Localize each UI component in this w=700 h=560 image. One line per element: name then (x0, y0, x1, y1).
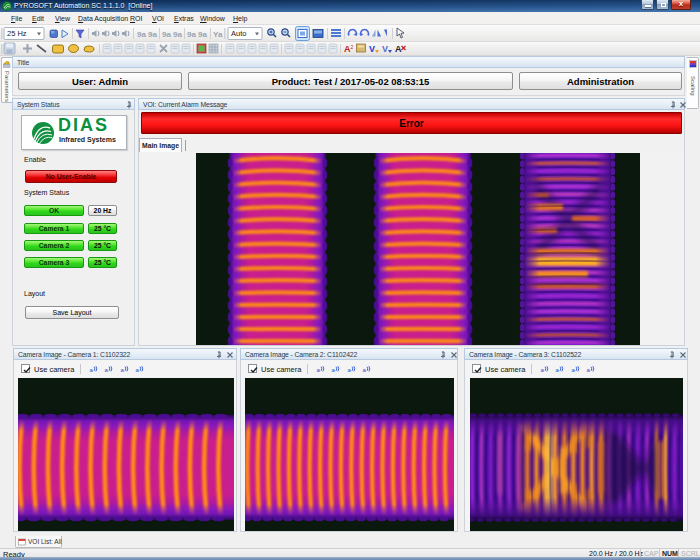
svg-text:a: a (105, 367, 109, 373)
svg-text:V: V (382, 44, 388, 54)
svg-text:a: a (541, 367, 545, 373)
svg-text:a: a (90, 367, 94, 373)
svg-text:9a: 9a (148, 30, 157, 39)
svg-text:A: A (395, 44, 402, 54)
svg-text:a: a (332, 367, 336, 373)
svg-text:a: a (587, 367, 591, 373)
svg-text:a: a (121, 367, 125, 373)
svg-text:9a: 9a (187, 30, 196, 39)
svg-text:a: a (136, 367, 140, 373)
svg-text:9a: 9a (137, 30, 146, 39)
svg-text:a: a (363, 367, 367, 373)
svg-text:a: a (348, 367, 352, 373)
svg-text:25 Hz: 25 Hz (7, 29, 27, 38)
svg-text:9a: 9a (198, 30, 207, 39)
svg-text:a: a (317, 367, 321, 373)
svg-text:2: 2 (351, 44, 354, 50)
svg-text:V: V (369, 44, 375, 54)
svg-text:9a: 9a (173, 30, 182, 39)
svg-text:9a: 9a (162, 30, 171, 39)
svg-text:a: a (572, 367, 576, 373)
svg-text:Ya: Ya (213, 30, 223, 39)
svg-text:a: a (556, 367, 560, 373)
svg-text:Auto: Auto (231, 29, 246, 38)
